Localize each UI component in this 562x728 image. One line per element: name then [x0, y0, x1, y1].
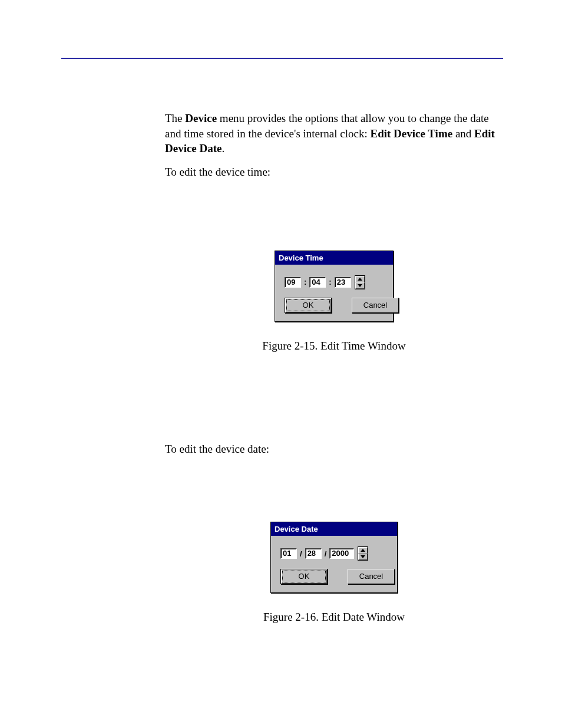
page: The Device menu provides the options tha… — [0, 58, 562, 625]
figure-caption-2-16: Figure 2-16. Edit Date Window — [165, 610, 503, 625]
date-fields: 01 / 28 / 2000 — [280, 546, 388, 561]
time-hours-field[interactable]: 09 — [285, 277, 301, 288]
text-bold-device: Device — [185, 112, 217, 124]
spinner-down-icon[interactable] — [355, 282, 365, 289]
arrow-up-icon — [358, 278, 362, 281]
device-time-client: 09 : 04 : 23 OK Cancel — [275, 265, 393, 321]
device-time-titlebar: Device Time — [275, 251, 393, 265]
spinner-down-icon[interactable] — [358, 554, 368, 560]
figure-edit-time: Device Time 09 : 04 : 23 OK — [165, 251, 503, 354]
text-bold-edit-device-time: Edit Device Time — [370, 127, 452, 140]
text: . — [222, 142, 225, 154]
spinner-up-icon[interactable] — [355, 276, 365, 282]
device-time-window: Device Time 09 : 04 : 23 OK — [275, 251, 394, 322]
date-button-row: OK Cancel — [280, 569, 388, 584]
cancel-button[interactable]: Cancel — [352, 298, 399, 313]
date-spinner[interactable] — [358, 546, 368, 561]
text: and — [452, 127, 474, 140]
time-fields: 09 : 04 : 23 — [285, 275, 384, 289]
time-separator: : — [303, 277, 307, 288]
figure-edit-date: Device Date 01 / 28 / 2000 OK — [165, 522, 503, 625]
paragraph-device-menu: The Device menu provides the options tha… — [165, 111, 503, 156]
paragraph-edit-date-lead: To edit the device date: — [165, 442, 503, 457]
device-date-titlebar: Device Date — [271, 522, 397, 536]
header-rule — [61, 58, 503, 59]
date-month-field[interactable]: 01 — [280, 548, 297, 559]
time-minutes-field[interactable]: 04 — [309, 277, 326, 288]
time-separator: : — [328, 277, 332, 288]
text: The — [165, 112, 185, 124]
date-separator: / — [324, 549, 328, 559]
arrow-down-icon — [358, 284, 362, 287]
ok-button[interactable]: OK — [280, 569, 328, 584]
content-column: The Device menu provides the options tha… — [165, 111, 503, 625]
time-spinner[interactable] — [355, 275, 365, 289]
date-separator: / — [299, 549, 303, 559]
time-seconds-field[interactable]: 23 — [335, 277, 351, 288]
device-date-client: 01 / 28 / 2000 OK Cancel — [271, 536, 397, 592]
paragraph-edit-time-lead: To edit the device time: — [165, 164, 503, 180]
cancel-button[interactable]: Cancel — [348, 569, 395, 584]
time-button-row: OK Cancel — [285, 298, 384, 313]
arrow-down-icon — [361, 555, 365, 558]
ok-button[interactable]: OK — [285, 298, 332, 313]
spinner-up-icon[interactable] — [358, 547, 368, 554]
device-date-window: Device Date 01 / 28 / 2000 OK — [270, 522, 398, 593]
date-year-field[interactable]: 2000 — [329, 548, 354, 559]
arrow-up-icon — [361, 549, 365, 552]
date-day-field[interactable]: 28 — [305, 548, 322, 559]
figure-caption-2-15: Figure 2-15. Edit Time Window — [165, 338, 503, 354]
